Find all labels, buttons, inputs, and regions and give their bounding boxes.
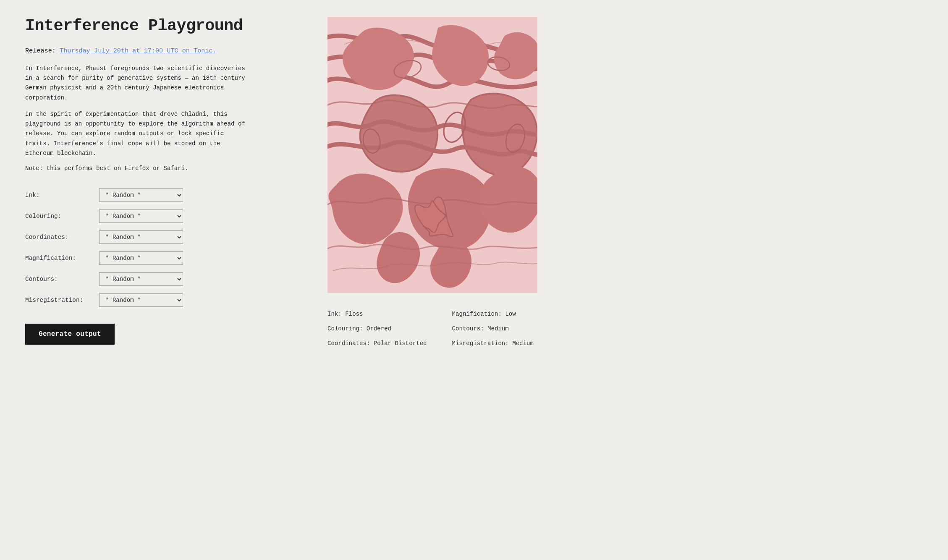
generate-output-button[interactable]: Generate output: [25, 324, 115, 345]
description-2: In the spirit of experimentation that dr…: [25, 110, 302, 158]
label-ink: Ink:: [25, 192, 92, 199]
select-coordinates[interactable]: * Random *Polar DistortedCartesianRadial…: [99, 230, 183, 244]
trait-coordinates: Coordinates: Polar Distorted: [327, 339, 427, 348]
traits-grid: Ink: Floss Magnification: Low Colouring:…: [327, 310, 551, 348]
control-row-contours: Contours:* Random *LowMediumHigh: [25, 272, 302, 286]
trait-contours: Contours: Medium: [452, 324, 552, 333]
trait-colouring: Colouring: Ordered: [327, 324, 427, 333]
label-coordinates: Coordinates:: [25, 234, 92, 241]
trait-ink: Ink: Floss: [327, 310, 427, 319]
page-title: Interference Playground: [25, 17, 302, 35]
artwork-preview: [327, 17, 537, 293]
release-link[interactable]: Thursday July 20th at 17:00 UTC on Tonic…: [60, 47, 217, 55]
note-text: Note: this performs best on Firefox or S…: [25, 165, 302, 172]
control-row-magnification: Magnification:* Random *LowMediumHighUlt…: [25, 251, 302, 265]
release-label: Release:: [25, 47, 56, 55]
controls-section: Ink:* Random *FlossNoirBlushSageCobaltCo…: [25, 188, 302, 307]
control-row-colouring: Colouring:* Random *OrderedChaoticGradie…: [25, 209, 302, 223]
trait-magnification: Magnification: Low: [452, 310, 552, 319]
label-misregistration: Misregistration:: [25, 297, 92, 304]
control-row-coordinates: Coordinates:* Random *Polar DistortedCar…: [25, 230, 302, 244]
description-1: In Interference, Phaust foregrounds two …: [25, 64, 302, 103]
label-contours: Contours:: [25, 276, 92, 283]
artwork-svg: [327, 17, 537, 293]
right-panel: Ink: Floss Magnification: Low Colouring:…: [327, 17, 613, 348]
label-colouring: Colouring:: [25, 213, 92, 220]
label-magnification: Magnification:: [25, 255, 92, 262]
select-colouring[interactable]: * Random *OrderedChaoticGradientMono: [99, 209, 183, 223]
select-magnification[interactable]: * Random *LowMediumHighUltra: [99, 251, 183, 265]
select-misregistration[interactable]: * Random *NoneLowMediumHigh: [99, 293, 183, 307]
select-ink[interactable]: * Random *FlossNoirBlushSageCobalt: [99, 188, 183, 202]
control-row-misregistration: Misregistration:* Random *NoneLowMediumH…: [25, 293, 302, 307]
control-row-ink: Ink:* Random *FlossNoirBlushSageCobalt: [25, 188, 302, 202]
release-line: Release: Thursday July 20th at 17:00 UTC…: [25, 47, 302, 55]
trait-misregistration: Misregistration: Medium: [452, 339, 552, 348]
left-panel: Interference Playground Release: Thursda…: [25, 17, 311, 348]
select-contours[interactable]: * Random *LowMediumHigh: [99, 272, 183, 286]
